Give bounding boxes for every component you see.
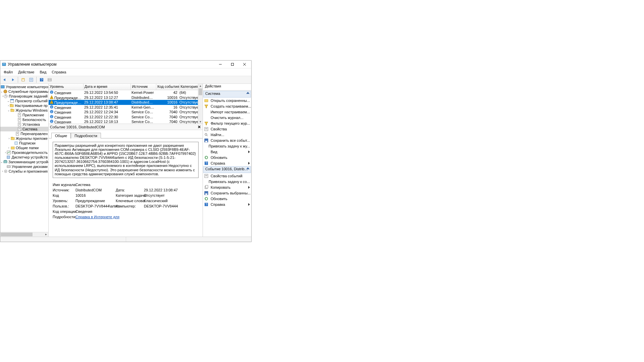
tree-item[interactable]: ⌄Журналы Windows [0,108,48,113]
properties-button[interactable] [28,76,35,83]
tree-item[interactable]: ⌄Просмотр событий [0,99,48,103]
tree-h-scrollbar[interactable]: ◄ ► [0,232,48,237]
svg-marker-7 [12,78,14,81]
back-button[interactable] [1,76,8,83]
tree-node-label: Подписки [19,141,36,145]
tree-item[interactable]: Перенаправлен [0,131,48,136]
tree-item[interactable]: Управление дисками [0,164,48,169]
expand-icon[interactable]: ⌄ [0,89,3,94]
expand-icon[interactable]: › [8,136,10,141]
action-item[interactable]: Привязать задачу к со... [203,179,251,184]
action-item[interactable]: Фильтр текущего жур... [203,120,251,126]
svg-rect-78 [205,141,207,142]
tree-item[interactable]: Система [0,127,48,131]
action-item[interactable]: ?Справка [203,160,251,166]
expand-icon[interactable]: › [7,103,10,108]
actions-section-system[interactable]: Система [203,91,251,98]
col-level[interactable]: Уровень [49,84,84,90]
action-item[interactable]: Копировать [203,184,251,190]
expand-icon[interactable]: ⌄ [7,108,10,113]
tree-item[interactable]: ›Журналы приложе [0,136,48,141]
action-icon [204,155,209,160]
tree-item[interactable]: Подписки [0,141,48,145]
event-description[interactable]: Параметры разрешений для конкретного при… [53,142,199,178]
tree-node-icon [6,164,11,169]
event-row[interactable]: iСведения29.12.2022 12:35:41Kernel-Gene.… [49,105,203,110]
tree-node-icon [3,169,8,174]
svg-rect-0 [2,63,6,66]
actions-section-event[interactable]: Событие 10016, Distributed... [203,166,251,173]
action-item[interactable]: Найти... [203,132,251,137]
menu-action[interactable]: Действие [16,70,36,74]
tree-item[interactable]: ⌄Служебные программы [0,89,48,94]
tree-item[interactable]: ›Службы и приложения [0,169,48,174]
action-item[interactable]: Очистить журнал... [203,115,251,120]
event-row[interactable]: !Предупреждение29.12.2022 13:12:27Distri… [49,95,203,100]
grid-v-scrollbar[interactable]: ▲ ▼ [198,84,203,124]
help-button[interactable]: ? [38,76,45,83]
action-item[interactable]: Обновить [203,196,251,201]
action-item[interactable]: ?Справка [203,201,251,207]
action-item[interactable]: Открыть сохраненны... [203,98,251,103]
detail-close-button[interactable]: ✕ [197,124,202,130]
col-eventid[interactable]: Код события [156,84,179,90]
tree-node-icon [3,160,8,164]
tree-item[interactable]: Безопасность [0,117,48,122]
action-item[interactable]: Сохранить все событ... [203,137,251,143]
action-label: Привязать задачу к жу... [209,144,250,148]
event-row[interactable]: iСведения29.12.2022 13:54:50Kernel-Power… [49,90,203,95]
online-help-link[interactable]: Справка в Интернете для [75,215,119,219]
list-button[interactable] [46,76,53,83]
tree-node-icon [0,84,5,89]
expand-icon[interactable]: ⌄ [0,160,3,164]
prop-keywords-label: Ключевые слова: [116,199,144,203]
action-item[interactable]: Сохранить выбранны... [203,190,251,196]
tree-item[interactable]: ›Настраиваемые пр [0,103,48,108]
action-item[interactable]: Свойства [203,126,251,132]
col-source[interactable]: Источник [131,84,156,90]
action-item[interactable]: Импорт настраиваем... [203,109,251,115]
maximize-button[interactable] [226,61,238,68]
action-item[interactable]: Свойства событий [203,173,251,179]
nav-tree[interactable]: Управление компьютером (л⌄Служебные прог… [0,84,48,178]
menu-help[interactable]: Справка [50,70,68,74]
titlebar[interactable]: Управление компьютером [0,61,251,68]
tree-item[interactable]: ›Общие папки [0,145,48,150]
info-icon: i [50,115,54,119]
event-row[interactable]: !Предупреждение29.12.2022 13:08:47Distri… [49,100,203,105]
cell-level: iСведения [49,90,83,95]
action-item[interactable]: Привязать задачу к жу... [203,143,251,149]
action-item[interactable]: Обновить [203,155,251,160]
tree-node-icon [9,103,14,108]
tree-item[interactable]: Приложение [0,113,48,117]
tree-item[interactable]: ›Производительность [0,150,48,155]
col-datetime[interactable]: Дата и время [84,84,131,90]
tree-item[interactable]: ⌄Запоминающие устройс [0,160,48,164]
minimize-button[interactable] [214,61,226,68]
prop-details-label: Подробности: [53,215,75,219]
svg-rect-9 [22,78,24,79]
tree-item[interactable]: Установка [0,122,48,127]
event-row[interactable]: iСведения29.12.2022 12:24:34Service Cont… [49,110,203,115]
event-row[interactable]: iСведения29.12.2022 12:22:30Service Cont… [49,115,203,120]
forward-button[interactable] [9,76,16,83]
menu-view[interactable]: Вид [38,70,48,74]
tree-item[interactable]: ›Планировщик заданий [0,94,48,99]
tab-details[interactable]: Подробности [71,133,101,138]
event-row[interactable]: iСведения29.12.2022 12:18:13Service Cont… [49,119,203,124]
tab-general[interactable]: Общие [51,133,71,138]
grid-header[interactable]: Уровень Дата и время Источник Код событи… [49,84,203,90]
action-icon [204,127,209,131]
close-button[interactable] [238,61,251,68]
expand-icon[interactable]: › [7,145,10,150]
action-item[interactable]: Создать настраиваем... [203,103,251,109]
tree-item[interactable]: Диспетчер устройств [0,155,48,160]
tree-item[interactable]: Управление компьютером (л [0,84,48,89]
action-item[interactable]: Вид [203,149,251,155]
expand-icon[interactable]: ⌄ [7,99,10,103]
menu-file[interactable]: Файл [2,70,15,74]
tree-node-label: Настраиваемые пр [15,103,48,108]
up-button[interactable] [19,76,27,83]
action-icon [204,121,209,126]
action-label: Справка [211,161,225,165]
